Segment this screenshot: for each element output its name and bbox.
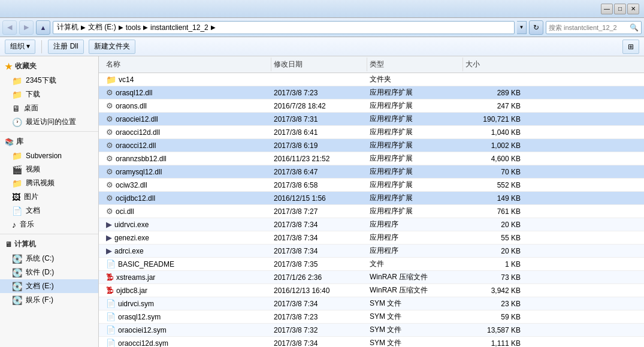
file-name: 📄orasql12.sym [104, 311, 271, 322]
sym-icon: 📄 [106, 312, 116, 321]
search-input[interactable] [549, 24, 627, 31]
close-button[interactable]: ✕ [627, 4, 639, 14]
col-date[interactable]: 修改日期 [271, 58, 367, 71]
path-folder[interactable]: instantclient_12_2 [150, 23, 208, 32]
sidebar-item-library[interactable]: 🖼图片 [0, 190, 98, 204]
file-type: 文件夹 [367, 73, 463, 86]
table-row[interactable]: ▶genezi.exe 2017/3/8 7:34 应用程序 55 KB [99, 231, 644, 245]
table-row[interactable]: 📄BASIC_README 2017/3/8 7:35 文件 1 KB [99, 258, 644, 271]
table-row[interactable]: ⚙ociw32.dll 2017/3/8 6:58 应用程序扩展 552 KB [99, 179, 644, 192]
col-size[interactable]: 大小 [463, 58, 523, 71]
title-bar: — □ ✕ [0, 0, 644, 18]
maximize-button[interactable]: □ [614, 4, 626, 14]
sidebar-item-library[interactable]: 📁Subversion [0, 149, 98, 162]
favorites-header[interactable]: ★ 收藏夹 [0, 59, 98, 74]
table-row[interactable]: 🗜ojdbc8.jar 2016/12/13 16:40 WinRAR 压缩文件… [99, 284, 644, 297]
exe-icon: ▶ [106, 233, 112, 242]
file-size: 20 KB [463, 246, 523, 257]
forward-button[interactable]: ▶ [19, 20, 34, 35]
address-bar: ◀ ▶ ▲ 计算机 ▶ 文档 (E:) ▶ tools ▶ instantcli… [0, 18, 644, 37]
sidebar-item-drive[interactable]: 💽娱乐 (F:) [0, 293, 98, 307]
refresh-button[interactable]: ↻ [529, 20, 543, 35]
file-type: SYM 文件 [367, 337, 463, 347]
table-row[interactable]: ⚙oraociei12.dll 2017/3/8 7:31 应用程序扩展 190… [99, 113, 644, 126]
sidebar-item-label: 文档 [26, 206, 40, 216]
sidebar-item-label: 视频 [26, 164, 40, 174]
table-row[interactable]: 📄uidrvci.sym 2017/3/8 7:34 SYM 文件 23 KB [99, 297, 644, 310]
table-row[interactable]: ⚙orasql12.dll 2017/3/8 7:23 应用程序扩展 289 K… [99, 86, 644, 99]
folder-icon: 📁 [106, 75, 116, 85]
file-name: ▶genezi.exe [104, 232, 271, 243]
back-button[interactable]: ◀ [2, 20, 17, 35]
table-row[interactable]: ▶adrci.exe 2017/3/8 7:34 应用程序 20 KB [99, 245, 644, 258]
path-computer[interactable]: 计算机 [57, 22, 78, 32]
file-type: 应用程序 [367, 218, 463, 231]
file-type: 应用程序扩展 [367, 179, 463, 191]
file-date: 2017/3/8 7:34 [271, 298, 367, 309]
path-tools[interactable]: tools [126, 23, 141, 32]
sidebar-item-label: 音乐 [20, 219, 34, 230]
sidebar-item-library[interactable]: 🎬视频 [0, 162, 98, 176]
address-dropdown[interactable]: ▼ [517, 21, 527, 34]
file-size: 1 KB [463, 259, 523, 270]
sidebar-item-drive[interactable]: 💽软件 (D:) [0, 265, 98, 279]
up-button[interactable]: ▲ [36, 20, 50, 35]
table-row[interactable]: 📄orasql12.sym 2017/3/8 7:23 SYM 文件 59 KB [99, 310, 644, 324]
file-date: 2017/3/8 7:34 [271, 246, 367, 257]
table-row[interactable]: ⚙oramysql12.dll 2017/3/8 6:47 应用程序扩展 70 … [99, 165, 644, 179]
sidebar-item-label: Subversion [26, 152, 62, 160]
table-row[interactable]: 🗜xstreams.jar 2017/1/26 2:36 WinRAR 压缩文件… [99, 271, 644, 284]
file-type: 应用程序 [367, 231, 463, 244]
sidebar-item-library[interactable]: 📁腾讯视频 [0, 176, 98, 190]
sidebar-item-favorite[interactable]: 🕐最近访问的位置 [0, 115, 98, 129]
table-row[interactable]: ⚙ocijdbc12.dll 2016/12/15 1:56 应用程序扩展 14… [99, 192, 644, 205]
libraries-header[interactable]: 📚 库 [0, 134, 98, 149]
view-options-button[interactable]: ⊞ [622, 40, 639, 54]
table-row[interactable]: ⚙oraocci12d.dll 2017/3/8 6:41 应用程序扩展 1,0… [99, 126, 644, 139]
computer-label: 计算机 [14, 239, 36, 249]
search-icon: 🔍 [630, 23, 639, 32]
dll-icon: ⚙ [106, 207, 113, 216]
table-row[interactable]: 📁vc14 文件夹 [99, 73, 644, 86]
table-row[interactable]: ⚙orannzsbb12.dll 2016/11/23 21:52 应用程序扩展… [99, 152, 644, 165]
address-path[interactable]: 计算机 ▶ 文档 (E:) ▶ tools ▶ instantclient_12… [53, 21, 515, 34]
col-name[interactable]: 名称 [104, 58, 271, 71]
path-drive[interactable]: 文档 (E:) [88, 22, 116, 32]
file-size: 247 KB [463, 101, 523, 111]
table-row[interactable]: 📄oraocci12d.sym 2017/3/8 7:34 SYM 文件 1,1… [99, 337, 644, 347]
file-list: 名称 修改日期 类型 大小 📁vc14 文件夹 ⚙orasql12.dll 20… [99, 56, 644, 347]
sidebar-item-drive[interactable]: 💽文档 (E:) [0, 279, 98, 293]
sidebar-item-library[interactable]: ♪音乐 [0, 218, 98, 231]
table-row[interactable]: ⚙oraons.dll 2016/7/28 18:42 应用程序扩展 247 K… [99, 99, 644, 113]
file-date: 2016/12/15 1:56 [271, 193, 367, 204]
file-date: 2017/3/8 7:34 [271, 219, 367, 230]
dll-icon: ⚙ [106, 128, 113, 137]
file-type: 应用程序扩展 [367, 86, 463, 99]
register-dll-button[interactable]: 注册 Dll [48, 40, 83, 54]
sidebar-item-drive[interactable]: 💽系统 (C:) [0, 252, 98, 265]
col-type[interactable]: 类型 [367, 58, 463, 71]
organize-button[interactable]: 组织 ▾ [5, 40, 35, 54]
new-folder-button[interactable]: 新建文件夹 [89, 40, 135, 54]
sidebar-item-favorite[interactable]: 📁下载 [0, 87, 98, 101]
table-row[interactable]: ⚙oci.dll 2017/3/8 7:27 应用程序扩展 761 KB [99, 205, 644, 218]
sidebar-item-label: 腾讯视频 [26, 178, 55, 188]
minimize-button[interactable]: — [601, 4, 613, 14]
drive-icon: 💽 [12, 295, 22, 305]
folder-icon: 🖥 [12, 104, 20, 113]
table-row[interactable]: ⚙oraocci12.dll 2017/3/8 6:19 应用程序扩展 1,00… [99, 139, 644, 152]
sidebar-item-favorite[interactable]: 📁2345下载 [0, 74, 98, 87]
table-row[interactable]: ▶uidrvci.exe 2017/3/8 7:34 应用程序 20 KB [99, 218, 644, 231]
file-date: 2017/3/8 7:23 [271, 312, 367, 322]
sidebar-item-library[interactable]: 📄文档 [0, 204, 98, 218]
file-type: SYM 文件 [367, 310, 463, 323]
table-row[interactable]: 📄oraociei12.sym 2017/3/8 7:32 SYM 文件 13,… [99, 324, 644, 337]
sidebar-item-favorite[interactable]: 🖥桌面 [0, 101, 98, 115]
file-type: 应用程序扩展 [367, 126, 463, 138]
search-box[interactable]: 🔍 [546, 21, 642, 34]
sidebar-item-label: 最近访问的位置 [26, 117, 76, 127]
arrow-1: ▶ [81, 24, 86, 31]
favorites-label: 收藏夹 [15, 61, 37, 71]
library-icon: 📁 [12, 179, 22, 188]
computer-header[interactable]: 🖥 计算机 [0, 237, 98, 252]
